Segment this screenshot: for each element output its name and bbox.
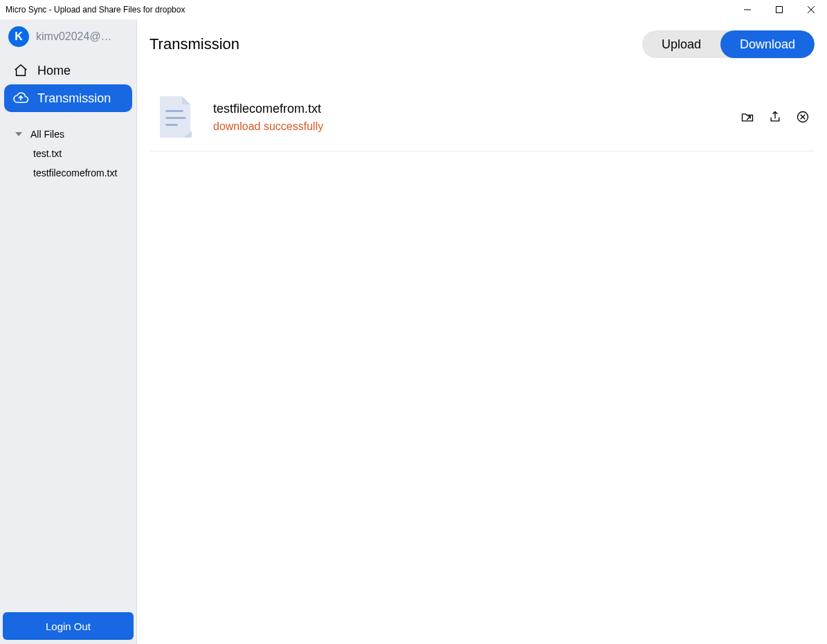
window-close-button[interactable] <box>795 0 827 19</box>
svg-rect-1 <box>776 7 783 13</box>
transfer-actions <box>740 109 815 125</box>
account-email: kimv02024@… <box>36 30 112 43</box>
tree-root-label: All Files <box>30 129 64 140</box>
open-folder-button[interactable] <box>740 109 755 125</box>
share-button[interactable] <box>767 109 783 125</box>
transfer-list: testfilecomefrom.txt download successful… <box>149 83 815 151</box>
nav-item-label: Home <box>37 64 71 78</box>
content: Transmission Upload Download <box>137 19 827 644</box>
tree-file[interactable]: testfilecomefrom.txt <box>0 163 136 183</box>
page-title: Transmission <box>149 35 239 53</box>
cloud-transfer-icon <box>12 90 29 107</box>
tree-file[interactable]: test.txt <box>0 144 136 163</box>
download-tab-button[interactable]: Download <box>720 30 815 58</box>
transfer-file-name: testfilecomefrom.txt <box>213 102 740 116</box>
window-controls <box>731 0 827 19</box>
minimize-icon <box>744 6 751 13</box>
nav-item-home[interactable]: Home <box>4 57 132 84</box>
nav-item-transmission[interactable]: Transmission <box>4 84 132 112</box>
svg-rect-6 <box>165 117 186 119</box>
nav: Home Transmission <box>0 54 136 115</box>
svg-rect-5 <box>165 110 183 112</box>
window-maximize-button[interactable] <box>763 0 795 19</box>
svg-marker-4 <box>15 132 22 136</box>
svg-rect-7 <box>165 124 178 126</box>
file-tree: All Files test.txt testfilecomefrom.txt <box>0 115 136 183</box>
upload-download-toggle: Upload Download <box>642 30 815 58</box>
close-icon <box>808 6 815 13</box>
file-icon <box>155 93 197 141</box>
home-icon <box>12 62 29 79</box>
window-minimize-button[interactable] <box>731 0 763 19</box>
content-header: Transmission Upload Download <box>149 25 815 71</box>
cancel-button[interactable] <box>795 109 810 125</box>
logout-button[interactable]: Login Out <box>3 612 134 640</box>
upload-tab-button[interactable]: Upload <box>642 30 720 58</box>
cancel-icon <box>796 110 810 124</box>
avatar: K <box>8 26 29 47</box>
open-folder-icon <box>740 110 754 124</box>
account-button[interactable]: K kimv02024@… <box>0 19 136 54</box>
tree-root-all-files[interactable]: All Files <box>0 125 136 144</box>
chevron-down-icon <box>14 129 24 139</box>
maximize-icon <box>776 6 783 13</box>
sidebar: K kimv02024@… Home Transmission <box>0 19 137 644</box>
transfer-row: testfilecomefrom.txt download successful… <box>149 83 815 151</box>
window-title: Micro Sync - Upload and Share Files for … <box>6 5 185 15</box>
nav-item-label: Transmission <box>37 91 111 106</box>
transfer-status: download successfully <box>213 120 740 133</box>
share-icon <box>768 110 782 124</box>
title-bar: Micro Sync - Upload and Share Files for … <box>0 0 827 19</box>
